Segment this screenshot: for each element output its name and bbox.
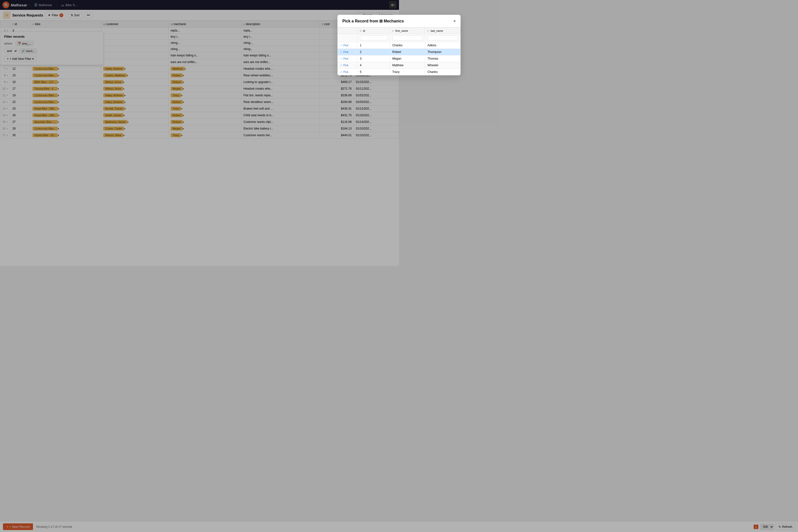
modal-id-search[interactable]: [360, 36, 387, 40]
modal-cell-id: 3: [357, 55, 390, 62]
modal-search-row: [338, 34, 399, 42]
modal-firstname-search[interactable]: [392, 36, 399, 40]
modal-col-id: # id: [357, 28, 390, 34]
pick-label: Pick: [343, 64, 348, 67]
modal-overlay: Pick a Record from ⊞ Mechanics × # id ≡ …: [0, 0, 399, 266]
modal-pick-cell[interactable]: ✓ Pick: [338, 42, 357, 49]
modal-cell-firstname: Charles: [390, 42, 399, 49]
pick-button[interactable]: ✓ Pick: [340, 44, 348, 47]
modal-cell-firstname: Matthew: [390, 62, 399, 69]
modal-cell-id: 1: [357, 42, 390, 49]
modal-col-firstname: ≡ first_name: [390, 28, 399, 34]
check-icon: ✓: [340, 71, 342, 74]
modal-search-pick-cell: [338, 34, 357, 42]
pick-label: Pick: [343, 44, 348, 47]
pick-label: Pick: [343, 57, 348, 60]
check-icon: ✓: [340, 51, 342, 54]
modal-cell-id: 2: [357, 49, 390, 55]
modal-title: Pick a Record from ⊞ Mechanics: [342, 19, 399, 23]
modal-search-id[interactable]: [357, 34, 390, 42]
modal-pick-cell[interactable]: ✓ Pick: [338, 62, 357, 69]
pick-record-modal: Pick a Record from ⊞ Mechanics × # id ≡ …: [338, 15, 399, 75]
modal-row: ✓ Pick 2 Robert Thompson: [338, 49, 399, 55]
pick-label: Pick: [343, 71, 348, 73]
pick-button[interactable]: ✓ Pick: [340, 71, 348, 74]
modal-table: # id ≡ first_name ≡ last_name ✓ Pick 1 C: [338, 27, 399, 75]
modal-search-firstname[interactable]: [390, 34, 399, 42]
check-icon: ✓: [340, 64, 342, 67]
modal-cell-firstname: Tracy: [390, 69, 399, 75]
modal-cell-firstname: Robert: [390, 49, 399, 55]
modal-pick-cell[interactable]: ✓ Pick: [338, 49, 357, 55]
modal-header-row: # id ≡ first_name ≡ last_name: [338, 28, 399, 34]
modal-row: ✓ Pick 3 Megan Thomas: [338, 55, 399, 62]
pick-button[interactable]: ✓ Pick: [340, 64, 348, 67]
modal-row: ✓ Pick 4 Matthew Wheeler: [338, 62, 399, 69]
modal-header: Pick a Record from ⊞ Mechanics ×: [338, 15, 399, 27]
check-icon: ✓: [340, 57, 342, 60]
modal-cell-firstname: Megan: [390, 55, 399, 62]
modal-col-pick: [338, 28, 357, 34]
check-icon: ✓: [340, 44, 342, 47]
modal-pick-cell[interactable]: ✓ Pick: [338, 69, 357, 75]
pick-button[interactable]: ✓ Pick: [340, 57, 348, 60]
modal-cell-id: 4: [357, 62, 390, 69]
modal-pick-cell[interactable]: ✓ Pick: [338, 55, 357, 62]
modal-cell-id: 5: [357, 69, 390, 75]
modal-row: ✓ Pick 5 Tracy Charles: [338, 69, 399, 75]
pick-label: Pick: [343, 51, 348, 54]
modal-row: ✓ Pick 1 Charles Adkins: [338, 42, 399, 49]
modal-table-icon: ⊞: [379, 19, 383, 23]
pick-button[interactable]: ✓ Pick: [340, 51, 348, 54]
